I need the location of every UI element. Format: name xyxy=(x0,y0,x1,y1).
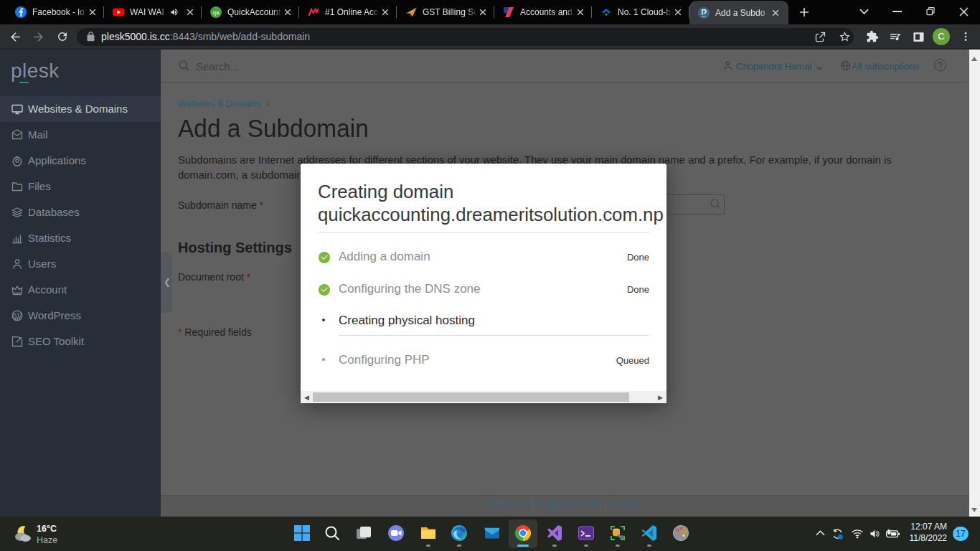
svg-text:qa: qa xyxy=(213,9,220,16)
